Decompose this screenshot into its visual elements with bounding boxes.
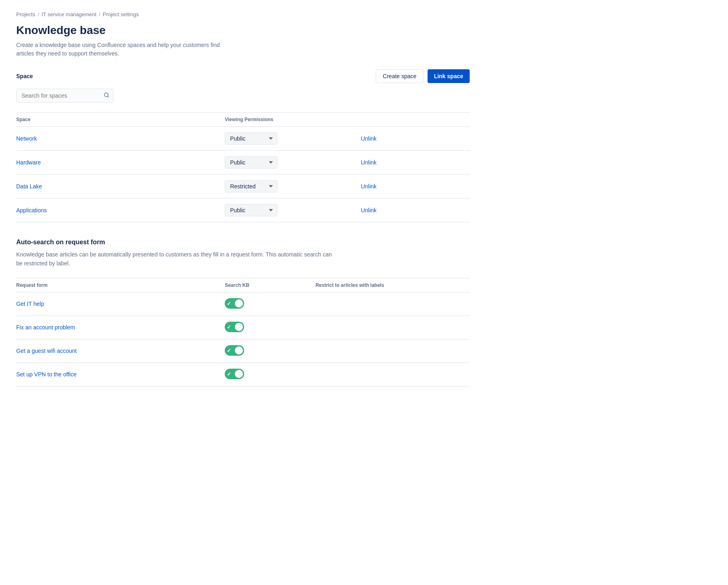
- auto-search-section: Auto-search on request form Knowledge ba…: [16, 239, 470, 386]
- request-form-link[interactable]: Fix an account problem: [16, 324, 75, 331]
- permission-select[interactable]: PublicRestrictedPrivate: [225, 132, 277, 145]
- permission-select[interactable]: PublicRestrictedPrivate: [225, 204, 277, 216]
- search-spaces-wrapper: [16, 89, 113, 102]
- space-section-label: Space: [16, 73, 33, 79]
- search-kb-toggle[interactable]: ✓: [225, 369, 244, 379]
- create-space-button[interactable]: Create space: [376, 69, 423, 83]
- table-row: NetworkPublicRestrictedPrivateUnlink: [16, 127, 470, 151]
- auto-search-title: Auto-search on request form: [16, 239, 470, 246]
- restrict-labels-cell: [315, 316, 470, 339]
- table-row: Data LakePublicRestrictedPrivateUnlink: [16, 175, 470, 199]
- col-permissions-header: Viewing Permissions: [225, 113, 361, 127]
- unlink-button[interactable]: Unlink: [361, 183, 377, 190]
- auto-search-description: Knowledge base articles can be automatic…: [16, 250, 332, 268]
- page-title: Knowledge base: [16, 24, 470, 37]
- breadcrumb-sep-1: /: [38, 11, 39, 17]
- breadcrumb-project-settings[interactable]: Project settings: [103, 11, 139, 17]
- restrict-labels-cell: [315, 292, 470, 316]
- svg-line-1: [108, 96, 109, 97]
- table-row: Fix an account problem ✓: [16, 316, 470, 339]
- col-restrict-header: Restrict to articles with labels: [315, 278, 470, 292]
- table-row: Get a guest wifi account ✓: [16, 339, 470, 363]
- search-icon: [104, 92, 109, 99]
- breadcrumb-sep-2: /: [99, 11, 100, 17]
- space-action-buttons: Create space Link space: [376, 69, 470, 83]
- request-form-link[interactable]: Get a guest wifi account: [16, 348, 77, 354]
- search-kb-toggle[interactable]: ✓: [225, 322, 244, 332]
- breadcrumb-projects[interactable]: Projects: [16, 11, 35, 17]
- request-form-link[interactable]: Get IT help: [16, 301, 44, 307]
- breadcrumb: Projects / IT service management / Proje…: [16, 11, 470, 17]
- restrict-labels-cell: [315, 363, 470, 386]
- unlink-button[interactable]: Unlink: [361, 135, 377, 142]
- col-search-kb-header: Search KB: [225, 278, 315, 292]
- table-row: ApplicationsPublicRestrictedPrivateUnlin…: [16, 199, 470, 222]
- spaces-table: Space Viewing Permissions NetworkPublicR…: [16, 112, 470, 222]
- link-space-button[interactable]: Link space: [428, 69, 470, 83]
- permission-select[interactable]: PublicRestrictedPrivate: [225, 156, 277, 169]
- search-kb-toggle[interactable]: ✓: [225, 345, 244, 356]
- search-kb-toggle[interactable]: ✓: [225, 298, 244, 309]
- permission-select[interactable]: PublicRestrictedPrivate: [225, 180, 277, 192]
- breadcrumb-it-service[interactable]: IT service management: [42, 11, 97, 17]
- auto-search-table: Request form Search KB Restrict to artic…: [16, 278, 470, 386]
- space-name-link[interactable]: Applications: [16, 207, 47, 214]
- table-row: HardwarePublicRestrictedPrivateUnlink: [16, 151, 470, 175]
- space-name-link[interactable]: Data Lake: [16, 183, 42, 190]
- table-row: Get IT help ✓: [16, 292, 470, 316]
- col-actions-header: [361, 113, 470, 127]
- space-name-link[interactable]: Network: [16, 135, 37, 142]
- col-request-header: Request form: [16, 278, 225, 292]
- restrict-labels-cell: [315, 339, 470, 363]
- page-subtitle: Create a knowledge base using Confluence…: [16, 41, 227, 58]
- request-form-link[interactable]: Set up VPN to the office: [16, 371, 77, 378]
- space-section-header: Space Create space Link space: [16, 69, 470, 83]
- unlink-button[interactable]: Unlink: [361, 159, 377, 166]
- unlink-button[interactable]: Unlink: [361, 207, 377, 214]
- col-space-header: Space: [16, 113, 225, 127]
- space-name-link[interactable]: Hardware: [16, 159, 41, 166]
- table-row: Set up VPN to the office ✓: [16, 363, 470, 386]
- search-spaces-input[interactable]: [16, 89, 113, 102]
